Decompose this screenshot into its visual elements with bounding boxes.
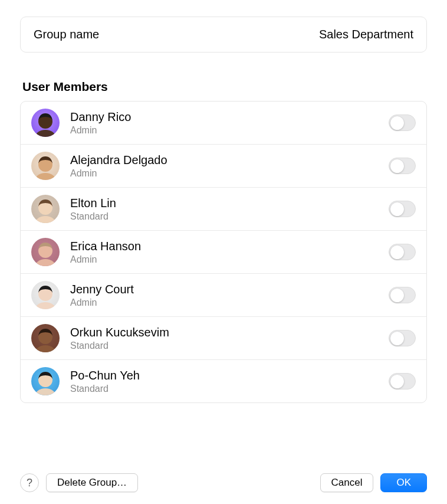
member-row: Danny Rico Admin bbox=[21, 102, 426, 145]
members-list: Danny Rico Admin Alejandra Delgado Admin bbox=[20, 101, 427, 403]
member-row: Orkun Kucuksevim Standard bbox=[21, 317, 426, 360]
member-toggle[interactable] bbox=[389, 373, 416, 390]
group-name-value: Sales Department bbox=[319, 28, 413, 41]
member-name: Alejandra Delgado bbox=[70, 153, 389, 168]
member-info: Alejandra Delgado Admin bbox=[70, 153, 389, 179]
member-name: Danny Rico bbox=[70, 110, 389, 125]
member-name: Elton Lin bbox=[70, 196, 389, 211]
group-name-field[interactable]: Group name Sales Department bbox=[20, 17, 427, 53]
avatar bbox=[31, 152, 60, 180]
member-info: Orkun Kucuksevim Standard bbox=[70, 325, 389, 352]
member-toggle[interactable] bbox=[389, 114, 416, 131]
cancel-button[interactable]: Cancel bbox=[320, 473, 374, 492]
avatar bbox=[31, 109, 60, 137]
member-row: Elton Lin Standard bbox=[21, 188, 426, 231]
member-name: Po-Chun Yeh bbox=[70, 368, 389, 383]
avatar bbox=[31, 324, 60, 352]
member-row: Po-Chun Yeh Standard bbox=[21, 360, 426, 402]
member-role: Standard bbox=[70, 340, 389, 352]
avatar bbox=[31, 281, 60, 309]
member-role: Standard bbox=[70, 211, 389, 222]
member-toggle[interactable] bbox=[389, 158, 416, 174]
member-name: Jenny Court bbox=[70, 282, 389, 297]
user-members-heading: User Members bbox=[20, 80, 427, 94]
member-info: Jenny Court Admin bbox=[70, 282, 389, 309]
member-toggle[interactable] bbox=[389, 287, 416, 303]
member-role: Admin bbox=[70, 125, 389, 136]
avatar bbox=[31, 238, 60, 266]
avatar bbox=[31, 195, 60, 223]
member-info: Elton Lin Standard bbox=[70, 196, 389, 222]
ok-button[interactable]: OK bbox=[380, 473, 427, 492]
member-toggle[interactable] bbox=[389, 201, 416, 217]
dialog-footer: ? Delete Group… Cancel OK bbox=[20, 473, 427, 492]
help-button[interactable]: ? bbox=[20, 473, 39, 492]
member-role: Standard bbox=[70, 383, 389, 395]
member-row: Jenny Court Admin bbox=[21, 274, 426, 317]
avatar bbox=[31, 367, 60, 395]
member-role: Admin bbox=[70, 297, 389, 309]
member-info: Po-Chun Yeh Standard bbox=[70, 368, 389, 395]
member-row: Alejandra Delgado Admin bbox=[21, 145, 426, 188]
delete-group-button[interactable]: Delete Group… bbox=[46, 473, 138, 492]
member-role: Admin bbox=[70, 168, 389, 179]
member-name: Erica Hanson bbox=[70, 239, 389, 254]
member-toggle[interactable] bbox=[389, 330, 416, 346]
member-row: Erica Hanson Admin bbox=[21, 231, 426, 274]
member-toggle[interactable] bbox=[389, 244, 416, 260]
member-info: Erica Hanson Admin bbox=[70, 239, 389, 266]
member-role: Admin bbox=[70, 254, 389, 266]
help-icon: ? bbox=[27, 477, 32, 489]
group-name-label: Group name bbox=[34, 28, 99, 41]
member-name: Orkun Kucuksevim bbox=[70, 325, 389, 340]
member-info: Danny Rico Admin bbox=[70, 110, 389, 136]
